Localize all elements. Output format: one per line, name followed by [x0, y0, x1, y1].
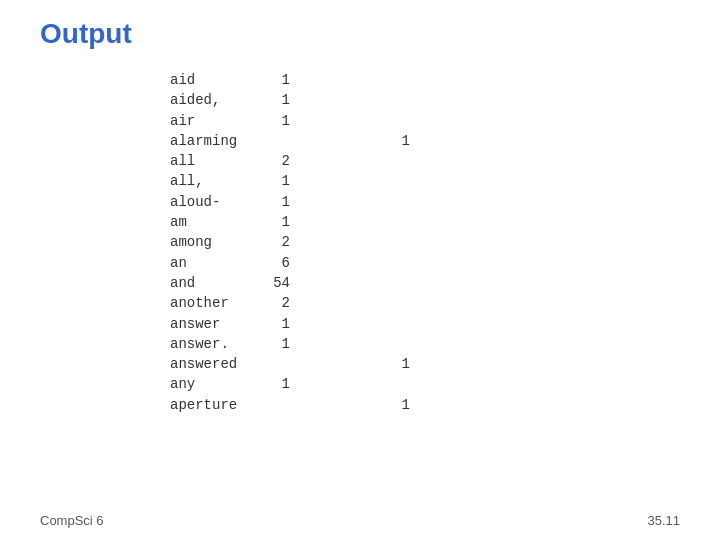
- count-col1: 54: [250, 273, 290, 293]
- footer-right-label: 35.11: [647, 513, 680, 528]
- count-col1: 1: [250, 212, 290, 232]
- page-title: Output: [40, 18, 132, 50]
- word-cell: answer.: [170, 334, 250, 354]
- table-row: all,1: [170, 171, 410, 191]
- count-col1: 2: [250, 151, 290, 171]
- table-row: aperture1: [170, 395, 410, 415]
- word-cell: another: [170, 293, 250, 313]
- table-row: among2: [170, 232, 410, 252]
- count-col2: 1: [350, 354, 410, 374]
- table-row: another2: [170, 293, 410, 313]
- footer-left-label: CompSci 6: [40, 513, 104, 528]
- count-col1: 1: [250, 334, 290, 354]
- count-col1: 2: [250, 293, 290, 313]
- word-cell: alarming: [170, 131, 250, 151]
- word-cell: aid: [170, 70, 250, 90]
- word-cell: all,: [170, 171, 250, 191]
- word-cell: am: [170, 212, 250, 232]
- table-row: aloud-1: [170, 192, 410, 212]
- count-col1: 1: [250, 171, 290, 191]
- word-cell: answered: [170, 354, 250, 374]
- table-row: any1: [170, 374, 410, 394]
- table-row: an6: [170, 253, 410, 273]
- word-cell: answer: [170, 314, 250, 334]
- table-row: all2: [170, 151, 410, 171]
- count-col1: 1: [250, 90, 290, 110]
- table-row: am1: [170, 212, 410, 232]
- table-row: aided,1: [170, 90, 410, 110]
- count-col1: 1: [250, 192, 290, 212]
- count-col2: 1: [350, 131, 410, 151]
- word-cell: aperture: [170, 395, 250, 415]
- word-cell: aloud-: [170, 192, 250, 212]
- word-cell: all: [170, 151, 250, 171]
- count-col1: 6: [250, 253, 290, 273]
- word-cell: air: [170, 111, 250, 131]
- count-col1: 1: [250, 374, 290, 394]
- word-cell: aided,: [170, 90, 250, 110]
- word-cell: among: [170, 232, 250, 252]
- table-row: answer1: [170, 314, 410, 334]
- table-row: air1: [170, 111, 410, 131]
- word-cell: and: [170, 273, 250, 293]
- table-row: answered1: [170, 354, 410, 374]
- word-cell: any: [170, 374, 250, 394]
- table-row: aid1: [170, 70, 410, 90]
- table-row: alarming1: [170, 131, 410, 151]
- count-col2: 1: [350, 395, 410, 415]
- count-col1: 1: [250, 70, 290, 90]
- word-cell: an: [170, 253, 250, 273]
- count-col1: 2: [250, 232, 290, 252]
- table-row: answer.1: [170, 334, 410, 354]
- output-table: aid1aided,1air1alarming1all2all,1aloud-1…: [170, 70, 410, 415]
- count-col1: 1: [250, 111, 290, 131]
- table-row: and54: [170, 273, 410, 293]
- count-col1: 1: [250, 314, 290, 334]
